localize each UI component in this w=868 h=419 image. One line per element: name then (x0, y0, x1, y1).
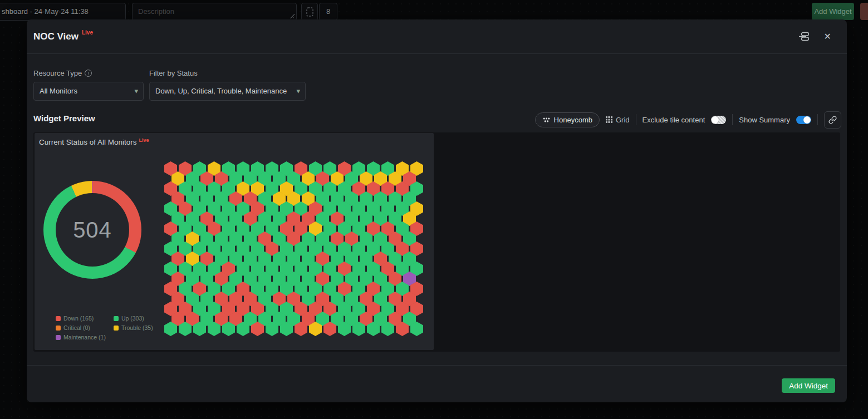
toolbar-divider (817, 114, 818, 125)
add-widget-button[interactable]: Add Widget (782, 378, 835, 393)
partial-clipped-button[interactable] (860, 3, 868, 20)
preview-toolbar: Honeycomb Grid Exclude tile content Show… (535, 111, 841, 129)
legend-swatch (56, 316, 61, 321)
filter-by-status-select[interactable]: Down, Up, Critical, Trouble, Maintenance… (149, 82, 306, 101)
legend-item: Critical (0) (56, 324, 106, 331)
description-input[interactable]: Description (132, 3, 297, 21)
chevron-down-icon: ▾ (134, 82, 138, 100)
legend-label: Trouble (35) (121, 324, 153, 331)
legend-item: Up (303) (114, 315, 153, 322)
resource-type-select[interactable]: All Monitors ▾ (33, 82, 144, 101)
widget-live-badge: Live (139, 137, 149, 143)
legend-label: Down (165) (63, 315, 94, 322)
toolbar-divider (636, 114, 636, 125)
legend-item: Down (165) (56, 315, 106, 322)
close-icon: ✕ (824, 32, 831, 41)
tablet-icon (306, 7, 313, 17)
copy-link-button[interactable] (824, 111, 841, 129)
panel-layout-button[interactable] (798, 32, 810, 41)
description-placeholder: Description (138, 7, 174, 16)
modal-title: NOC View (33, 31, 79, 42)
page-count-box[interactable]: 8 (319, 3, 337, 21)
live-badge: Live (82, 29, 93, 36)
honeycomb-view-button[interactable]: Honeycomb (535, 112, 600, 127)
info-icon[interactable]: i (85, 70, 92, 77)
link-icon (828, 116, 837, 124)
honeycomb-grid[interactable] (164, 161, 425, 338)
noc-widget-card: Current Status of All MonitorsLive 504 D… (35, 133, 434, 350)
chevron-down-icon: ▾ (296, 82, 300, 100)
widget-preview-heading: Widget Preview (33, 114, 95, 123)
legend-item: Trouble (35) (114, 324, 153, 331)
legend-label: Critical (0) (63, 324, 90, 331)
legend-swatch (56, 335, 61, 340)
honeycomb-icon (542, 117, 551, 123)
resize-grip-icon[interactable] (290, 13, 295, 18)
status-donut-chart: 504 (43, 181, 141, 279)
widget-preview-panel: Current Status of All MonitorsLive 504 D… (33, 132, 840, 352)
donut-total: 504 (73, 218, 112, 243)
widget-title: Current Status of All MonitorsLive (39, 138, 149, 146)
dashboard-name-input[interactable]: shboard - 24-May-24 11:38 (0, 3, 126, 21)
add-widget-button-topbar[interactable]: Add Widget (812, 3, 854, 20)
modal-header: NOC View Live ✕ (27, 19, 847, 54)
show-summary-label: Show Summary (739, 116, 790, 124)
grid-icon (606, 116, 612, 123)
toggle-knob (712, 116, 719, 124)
toolbar-divider (732, 114, 733, 125)
legend-swatch (56, 326, 61, 331)
noc-view-modal: NOC View Live ✕ Resource Type i Filter b… (27, 19, 847, 402)
filter-by-status-label: Filter by Status (149, 69, 198, 77)
legend-swatch (114, 326, 119, 331)
legend: Down (165)Up (303)Critical (0)Trouble (3… (56, 315, 153, 341)
modal-footer: Add Widget (27, 365, 847, 402)
toggle-knob (803, 116, 811, 124)
legend-swatch (114, 316, 119, 321)
exclude-tile-content-toggle[interactable] (711, 116, 726, 124)
panel-layout-icon (798, 32, 810, 41)
close-button[interactable]: ✕ (824, 32, 831, 41)
exclude-tile-content-label: Exclude tile content (643, 116, 705, 124)
device-view-button[interactable] (301, 3, 318, 21)
legend-label: Maintenance (1) (63, 334, 106, 341)
legend-item: Maintenance (1) (56, 334, 106, 341)
show-summary-toggle[interactable] (796, 116, 811, 124)
legend-label: Up (303) (121, 315, 144, 322)
grid-view-button[interactable]: Grid (606, 116, 630, 124)
resource-type-label: Resource Type i (33, 69, 92, 77)
